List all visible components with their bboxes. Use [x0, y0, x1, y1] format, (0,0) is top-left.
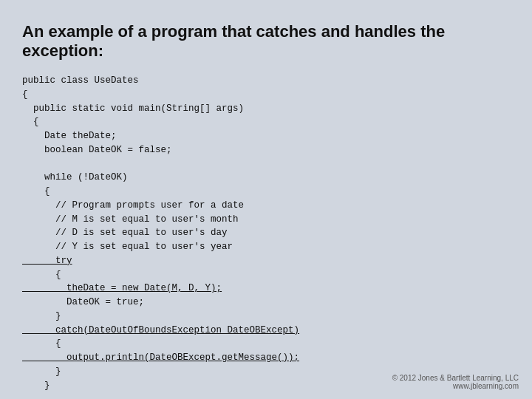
- code-line: {: [22, 88, 510, 102]
- code-line: [22, 157, 510, 171]
- slide-title: An example of a program that catches and…: [22, 22, 510, 61]
- footer: © 2012 Jones & Bartlett Learning, LLC ww…: [392, 374, 519, 390]
- code-line: boolean DateOK = false;: [22, 143, 510, 157]
- code-block: public class UseDates{ public static voi…: [22, 74, 510, 399]
- footer-line1: © 2012 Jones & Bartlett Learning, LLC: [392, 374, 519, 382]
- code-line: while (!DateOK): [22, 171, 510, 185]
- code-line: // D is set equal to user's day: [22, 226, 510, 240]
- code-line: try: [22, 254, 510, 268]
- code-line: // Y is set equal to user's year: [22, 240, 510, 254]
- code-line: public class UseDates: [22, 74, 510, 88]
- code-line: output.println(DateOBExcept.getMessage()…: [22, 351, 510, 365]
- code-line: DateOK = true;: [22, 296, 510, 310]
- code-line: theDate = new Date(M, D, Y);: [22, 282, 510, 296]
- slide: An example of a program that catches and…: [0, 0, 532, 399]
- code-line: {: [22, 268, 510, 282]
- code-line: {: [22, 115, 510, 129]
- code-line: catch(DateOutOfBoundsException DateOBExc…: [22, 324, 510, 338]
- code-line: [22, 392, 510, 399]
- code-line: // Program prompts user for a date: [22, 199, 510, 213]
- code-line: {: [22, 185, 510, 199]
- code-line: }: [22, 310, 510, 324]
- code-line: {: [22, 337, 510, 351]
- code-line: // M is set equal to user's month: [22, 213, 510, 227]
- code-line: public static void main(String[] args): [22, 102, 510, 116]
- code-line: Date theDate;: [22, 129, 510, 143]
- footer-line2: www.jblearning.com: [392, 382, 519, 390]
